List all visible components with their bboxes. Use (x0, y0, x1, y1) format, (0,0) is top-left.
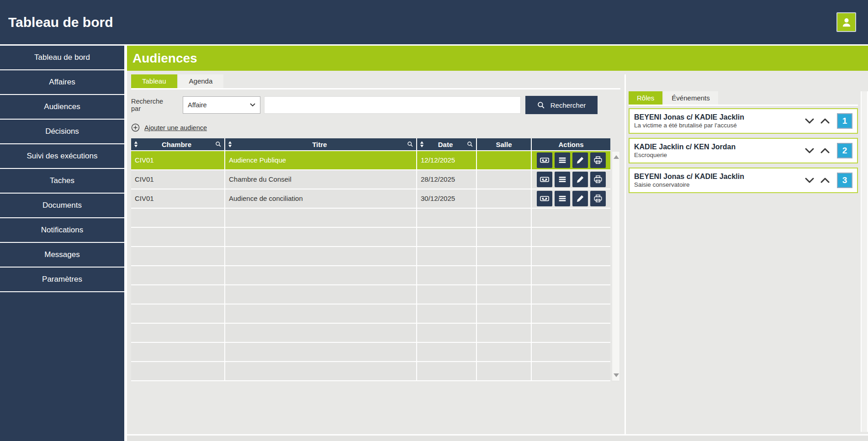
cell-empty (477, 228, 532, 246)
details-button[interactable] (555, 172, 570, 187)
chevron-down-icon (805, 148, 814, 153)
scroll-down-arrow-icon[interactable] (614, 373, 619, 377)
column-label[interactable]: Titre (232, 141, 407, 148)
cell-empty (131, 362, 225, 380)
edit-button[interactable] (572, 191, 588, 206)
column-header-chambre: Chambre (131, 138, 225, 150)
move-up-button[interactable] (820, 118, 830, 124)
cell-empty (417, 209, 477, 227)
cell-empty (131, 285, 225, 304)
tab-tableau[interactable]: Tableau (131, 74, 177, 88)
cell-empty (532, 285, 610, 304)
table-row[interactable]: CIV01 Audience de conciliation 30/12/202… (131, 189, 610, 209)
cell-salle (477, 170, 532, 189)
order-badge[interactable]: 1 (837, 113, 852, 129)
cell-empty (477, 247, 532, 265)
cell-empty (131, 209, 225, 227)
edit-button[interactable] (572, 172, 588, 187)
sidebar-item-notifications[interactable]: Notifications (0, 218, 124, 243)
tab-agenda[interactable]: Agenda (178, 74, 224, 88)
role-card-text: BEYENI Jonas c/ KADIE Jacklin Saisie con… (634, 172, 799, 189)
search-button[interactable]: Rechercher (525, 96, 598, 114)
sidebar-item-suivi-des-executions[interactable]: Suivi des exécutions (0, 144, 124, 169)
column-label[interactable]: Chambre (138, 141, 215, 148)
page-title: Audiences (127, 46, 868, 71)
print-button[interactable] (590, 191, 606, 206)
column-header-titre: Titre (225, 138, 417, 150)
table-row-empty (131, 247, 610, 266)
cell-chambre: CIV01 (131, 151, 225, 169)
column-search-icon[interactable] (215, 141, 222, 147)
sidebar-item-documents[interactable]: Documents (0, 194, 124, 218)
cell-empty (225, 304, 417, 323)
order-badge[interactable]: 2 (837, 143, 852, 158)
table-row-empty (131, 324, 610, 343)
cell-empty (532, 247, 610, 265)
table-row-empty (131, 343, 610, 362)
cell-empty (532, 266, 610, 284)
column-label[interactable]: Date (424, 141, 467, 148)
add-audience-link[interactable]: Ajouter une audience (144, 124, 207, 131)
print-button[interactable] (590, 172, 606, 187)
table-row[interactable]: CIV01 Audience Publique 12/12/2025 (131, 151, 610, 170)
search-criteria-select[interactable]: Affaire (183, 96, 260, 114)
cell-empty (417, 362, 477, 380)
move-up-button[interactable] (820, 178, 830, 183)
cell-empty (225, 266, 417, 284)
scroll-up-arrow-icon[interactable] (614, 155, 619, 159)
cell-chambre: CIV01 (131, 189, 225, 208)
sidebar-item-parametres[interactable]: Paramètres (0, 268, 124, 292)
cell-empty (225, 362, 417, 380)
pencil-icon (575, 155, 585, 165)
details-button[interactable] (555, 191, 570, 206)
table-row-empty (131, 209, 610, 228)
table-row-empty (131, 285, 610, 304)
table-row[interactable]: CIV01 Chambre du Conseil 28/12/2025 (131, 170, 610, 189)
sidebar-item-tableau-de-bord[interactable]: Tableau de bord (0, 46, 124, 70)
tab-evenements[interactable]: Événements (663, 91, 718, 105)
sidebar-item-messages[interactable]: Messages (0, 243, 124, 268)
table-header-row: Chambre Titre Date Salle Actions (131, 138, 610, 151)
top-header: Tableau de bord (0, 0, 868, 46)
sort-icon[interactable] (134, 141, 138, 147)
sidebar-item-audiences[interactable]: Audiences (0, 95, 124, 120)
column-search-icon[interactable] (467, 141, 473, 147)
search-input[interactable] (264, 96, 521, 114)
recording-button[interactable] (537, 172, 552, 187)
recording-button[interactable] (537, 191, 552, 206)
column-header-salle: Salle (477, 138, 532, 150)
cell-actions (532, 189, 610, 208)
cell-empty (417, 247, 477, 265)
tab-roles[interactable]: Rôles (629, 91, 662, 105)
chevron-up-icon (820, 118, 830, 124)
cell-empty (225, 247, 417, 265)
sidebar-item-decisions[interactable]: Décisions (0, 120, 124, 144)
sidebar-item-taches[interactable]: Taches (0, 169, 124, 194)
cell-empty (225, 209, 417, 227)
cell-empty (477, 362, 532, 380)
edit-button[interactable] (572, 152, 588, 168)
cell-empty (477, 209, 532, 227)
cell-date: 30/12/2025 (417, 189, 477, 208)
side-panel-scrollbar[interactable] (861, 91, 868, 432)
user-button[interactable] (836, 12, 856, 32)
move-down-button[interactable] (805, 118, 814, 124)
table-row-empty (131, 362, 610, 381)
column-label[interactable]: Salle (480, 141, 528, 148)
move-down-button[interactable] (805, 148, 814, 153)
recording-button[interactable] (537, 152, 552, 168)
print-button[interactable] (590, 152, 606, 168)
move-up-button[interactable] (820, 148, 830, 153)
horizontal-scrollbar[interactable] (127, 434, 868, 441)
role-card: KADIE Jacklin c/ KEN Jordan Escroquerie … (629, 138, 858, 163)
sort-icon[interactable] (420, 141, 424, 147)
sidebar-item-affaires[interactable]: Affaires (0, 70, 124, 95)
table-scrollbar[interactable] (612, 151, 620, 381)
sort-icon[interactable] (228, 141, 232, 147)
details-button[interactable] (555, 152, 570, 168)
move-down-button[interactable] (805, 178, 814, 183)
column-search-icon[interactable] (407, 141, 413, 147)
order-badge[interactable]: 3 (837, 173, 852, 188)
printer-icon (593, 155, 603, 165)
cell-empty (477, 285, 532, 304)
